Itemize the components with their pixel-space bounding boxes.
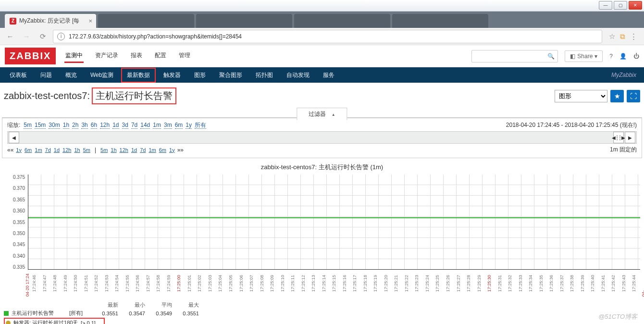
chart-title: zabbix-test-centos7: 主机运行时长告警 (1m)	[4, 163, 640, 172]
browser-tab-inactive[interactable]	[196, 14, 292, 28]
zoom-option[interactable]: 3m	[164, 122, 172, 129]
nav-tick[interactable]: 1d	[54, 147, 60, 153]
fullscreen-button[interactable]: ⛶	[627, 90, 640, 102]
nav-tick[interactable]: 12h	[62, 147, 71, 153]
brand-label: MyZabbix	[606, 68, 640, 82]
help-icon[interactable]: ?	[609, 53, 613, 60]
zabbix-header: ZABBIX 监测中资产记录报表配置管理 🔍 ◧ Share ▾ ? 👤 ⏻	[0, 45, 644, 67]
zoom-row: 缩放: 5m15m30m1h2h3h6h12h1d3d7d14d1m3m6m1y…	[2, 118, 642, 131]
nav-tick[interactable]: 12h	[120, 147, 128, 153]
zoom-option[interactable]: 12h	[100, 122, 110, 129]
sub-menu-item[interactable]: 最新数据	[121, 68, 156, 83]
site-info-icon[interactable]: i	[57, 33, 65, 40]
sub-menu-item[interactable]: 触发器	[158, 68, 186, 83]
browser-tab-inactive[interactable]	[98, 14, 194, 28]
nav-tick[interactable]: 1y	[16, 147, 22, 153]
top-menu-item[interactable]: 资产记录	[94, 50, 119, 63]
y-axis: 0.3750.3700.3650.3600.3550.3500.3450.340…	[4, 174, 28, 270]
nav-tick[interactable]: 5m	[100, 147, 108, 153]
top-menu: 监测中资产记录报表配置管理	[64, 50, 191, 63]
sub-menu-item[interactable]: 拓扑图	[250, 68, 279, 83]
slider-grip[interactable]: ◀┆┆▶	[613, 132, 624, 143]
nav-tick[interactable]: 1m	[149, 147, 156, 153]
nav-tick[interactable]: 1h	[111, 147, 116, 153]
tab-close-icon[interactable]: ×	[88, 17, 92, 25]
top-menu-item[interactable]: 管理	[178, 50, 191, 63]
top-menu-item[interactable]: 报表	[130, 50, 143, 63]
plot-area[interactable]	[28, 174, 640, 270]
sub-menu-item[interactable]: 自动发现	[281, 68, 315, 83]
zoom-option[interactable]: 15m	[35, 122, 46, 129]
nav-tick[interactable]: 5m	[83, 147, 90, 153]
nav-tick[interactable]: 7d	[45, 147, 51, 153]
top-menu-item[interactable]: 监测中	[64, 50, 84, 63]
sub-menu-item[interactable]: 服务	[317, 68, 340, 83]
graph-panel: 缩放: 5m15m30m1h2h3h6h12h1d3d7d14d1m3m6m1y…	[2, 118, 642, 158]
zoom-option[interactable]: 7d	[131, 122, 137, 129]
zoom-option[interactable]: 30m	[49, 122, 60, 129]
zoom-option[interactable]: 6m	[175, 122, 183, 129]
zoom-option[interactable]: 14d	[140, 122, 150, 129]
zoom-option[interactable]: 2h	[72, 122, 78, 129]
favorite-button[interactable]: ★	[610, 90, 624, 102]
series-swatch	[4, 311, 9, 316]
reload-button[interactable]: ⟳	[37, 30, 49, 43]
time-slider[interactable]: ◀ ◀┆┆▶ ▶	[7, 131, 637, 144]
trigger-swatch	[6, 321, 11, 324]
sub-menu-item[interactable]: 问题	[35, 68, 58, 83]
search-icon: 🔍	[547, 53, 555, 60]
window-maximize[interactable]: ▢	[614, 1, 627, 10]
zoom-option[interactable]: 1y	[186, 122, 192, 129]
view-mode-select[interactable]: 图形	[555, 90, 607, 102]
legend-series-row: 主机运行时长告警 [所有] 0.3551 0.3547 0.3549 0.355…	[4, 310, 640, 317]
zoom-option[interactable]: 1d	[112, 122, 119, 129]
nav-tick[interactable]: 1h	[74, 147, 80, 153]
series-line	[28, 217, 640, 218]
sub-menu-item[interactable]: 仪表板	[4, 68, 33, 83]
chevron-down-icon: ▾	[594, 53, 597, 60]
zoom-option[interactable]: 6h	[91, 122, 97, 129]
browser-tab-active[interactable]: Z MyZabbix: 历史记录 [每 ×	[5, 14, 96, 28]
user-icon[interactable]: 👤	[619, 53, 627, 60]
sub-menu-item[interactable]: 概览	[60, 68, 83, 83]
nav-tick[interactable]: 1m	[35, 147, 42, 153]
back-button[interactable]: ←	[4, 30, 16, 43]
nav-tick[interactable]: 7d	[140, 147, 146, 153]
top-menu-item[interactable]: 配置	[154, 50, 167, 63]
url-field[interactable]: i 172.27.9.63/zabbix/history.php?action=…	[53, 30, 602, 43]
filter-bar: 过滤器	[2, 108, 642, 118]
sub-menu-item[interactable]: 图形	[188, 68, 211, 83]
nav-tick[interactable]: 6m	[159, 147, 166, 153]
browser-tab-inactive[interactable]	[392, 14, 488, 28]
browser-tab-inactive[interactable]	[294, 14, 390, 28]
slider-next[interactable]: ▶	[625, 132, 635, 143]
nav-tick[interactable]: 1y	[169, 147, 175, 153]
sub-menu-item[interactable]: Web监测	[85, 68, 119, 83]
share-button[interactable]: ◧ Share ▾	[565, 50, 603, 62]
item-name-highlight: 主机运行时长告警	[92, 87, 176, 104]
filter-toggle[interactable]: 过滤器	[297, 108, 347, 120]
menu-icon[interactable]: ⋮	[630, 32, 637, 41]
zoom-option[interactable]: 1h	[63, 122, 69, 129]
nav-tick[interactable]: 6m	[25, 147, 32, 153]
x-axis: 04-20 17:2417:24:4617:24:4717:24:4817:24…	[28, 270, 640, 299]
global-search[interactable]: 🔍	[471, 50, 558, 62]
forward-button[interactable]: →	[20, 30, 33, 43]
zoom-option[interactable]: 5m	[24, 122, 32, 129]
nav-tick[interactable]: 1d	[131, 147, 137, 153]
window-minimize[interactable]: —	[599, 1, 612, 10]
zoom-option[interactable]: 3h	[81, 122, 87, 129]
zoom-option[interactable]: 1m	[153, 122, 161, 129]
star-icon[interactable]: ☆	[609, 32, 615, 41]
slider-prev[interactable]: ◀	[9, 132, 19, 143]
zoom-option[interactable]: 所有	[195, 122, 206, 129]
fixed-label: 1m 固定的	[610, 146, 637, 154]
legend: 最新最小平均最大 主机运行时长告警 [所有] 0.3551 0.3547 0.3…	[4, 301, 640, 324]
zoom-option[interactable]: 3d	[122, 122, 128, 129]
zabbix-logo[interactable]: ZABBIX	[5, 48, 56, 64]
logout-icon[interactable]: ⏻	[633, 53, 639, 60]
window-close[interactable]: ✕	[629, 1, 642, 10]
sub-menu-item[interactable]: 聚合图形	[213, 68, 248, 83]
extension-icon[interactable]: ⧉	[620, 32, 625, 41]
chart: zabbix-test-centos7: 主机运行时长告警 (1m) 0.375…	[4, 163, 640, 299]
